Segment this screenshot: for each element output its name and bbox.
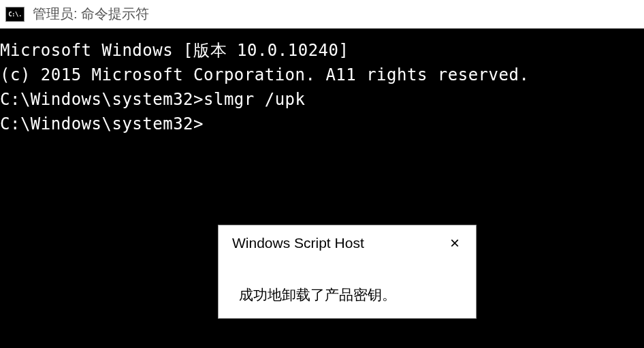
terminal-output[interactable]: Microsoft Windows [版本 10.0.10240] (c) 20…	[0, 29, 644, 136]
dialog-title: Windows Script Host	[232, 235, 364, 251]
dialog-message: 成功地卸载了产品密钥。	[219, 258, 476, 318]
terminal-line: C:\Windows\system32>slmgr /upk	[0, 87, 644, 112]
script-host-dialog: Windows Script Host × 成功地卸载了产品密钥。	[218, 225, 477, 319]
dialog-titlebar: Windows Script Host ×	[219, 225, 476, 258]
terminal-line: C:\Windows\system32>	[0, 112, 644, 136]
cmd-icon: C:\.	[5, 7, 25, 22]
window-title: 管理员: 命令提示符	[33, 5, 149, 23]
terminal-line: Microsoft Windows [版本 10.0.10240]	[0, 38, 644, 63]
terminal-line: (c) 2015 Microsoft Corporation. A11 righ…	[0, 63, 644, 87]
window-titlebar: C:\. 管理员: 命令提示符	[0, 0, 644, 29]
close-icon[interactable]: ×	[445, 234, 465, 253]
